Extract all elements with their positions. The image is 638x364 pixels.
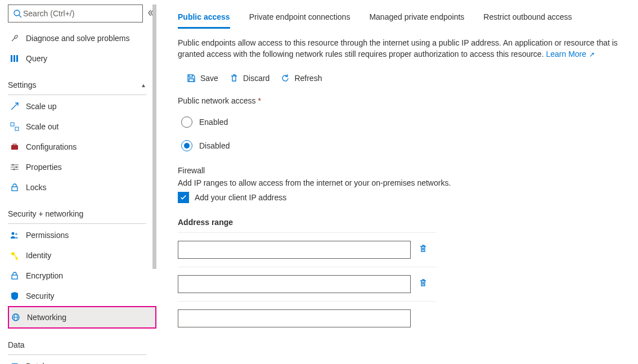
- nav-label: Configurations: [26, 142, 77, 151]
- svg-rect-4: [16, 55, 18, 62]
- tab-private-endpoint[interactable]: Private endpoint connections: [249, 7, 351, 28]
- sidebar-scrollbar[interactable]: [152, 5, 156, 269]
- svg-point-0: [14, 10, 20, 16]
- search-box[interactable]: [8, 5, 143, 23]
- svg-point-14: [14, 169, 15, 170]
- svg-rect-6: [15, 127, 19, 131]
- radio-disabled[interactable]: Disabled: [181, 136, 628, 156]
- tab-restrict-outbound[interactable]: Restrict outbound access: [483, 7, 572, 28]
- nav-security[interactable]: Security: [8, 286, 156, 306]
- nav-label: Properties: [26, 163, 62, 172]
- nav-databases[interactable]: DB Databases: [8, 356, 156, 364]
- refresh-button[interactable]: Refresh: [281, 74, 322, 83]
- trash-icon: [230, 74, 239, 83]
- svg-rect-3: [14, 55, 15, 62]
- radio-label: Enabled: [199, 118, 228, 127]
- svg-rect-2: [11, 55, 12, 62]
- firewall-desc: Add IP ranges to allow access from the i…: [178, 178, 628, 187]
- nav-label: Networking: [27, 313, 66, 322]
- nav-label: Scale up: [26, 102, 56, 111]
- nav-query[interactable]: Query: [8, 48, 156, 69]
- sliders-icon: [10, 163, 19, 172]
- delete-row-button[interactable]: [419, 244, 432, 255]
- nav-label: Diagnose and solve problems: [26, 34, 129, 43]
- lock-icon: [10, 183, 19, 192]
- svg-rect-5: [11, 123, 14, 126]
- svg-point-13: [16, 167, 17, 168]
- radio-icon: [181, 140, 192, 151]
- checkbox-icon: [178, 192, 189, 203]
- discard-button[interactable]: Discard: [230, 74, 269, 83]
- nav-label: Identity: [26, 251, 51, 260]
- required-indicator: *: [258, 96, 261, 105]
- nav-label: Query: [26, 54, 47, 63]
- firewall-title: Firewall: [178, 166, 628, 175]
- nav-label: Locks: [26, 183, 47, 192]
- briefcase-icon: [10, 142, 19, 151]
- scale-up-icon: [10, 102, 19, 111]
- address-range-row: [178, 302, 628, 335]
- section-settings-header[interactable]: Settings ▲: [8, 77, 156, 93]
- add-client-ip-checkbox[interactable]: Add your client IP address: [178, 192, 628, 203]
- nav-identity[interactable]: Identity: [8, 245, 156, 266]
- svg-point-16: [12, 232, 15, 235]
- refresh-icon: [281, 74, 290, 83]
- tabs: Public access Private endpoint connectio…: [178, 7, 628, 28]
- section-security-header[interactable]: Security + networking: [8, 205, 156, 222]
- divider: [8, 95, 146, 95]
- nav-label: Permissions: [26, 231, 69, 240]
- sidebar: Diagnose and solve problems Query Settin…: [0, 0, 156, 364]
- search-icon: [13, 9, 22, 18]
- address-range-header: Address range: [178, 218, 628, 227]
- highlight-networking: Networking: [8, 306, 156, 329]
- external-link-icon: ↗: [587, 51, 595, 59]
- svg-point-12: [12, 164, 14, 166]
- nav-locks[interactable]: Locks: [8, 177, 156, 197]
- section-data-header[interactable]: Data: [8, 336, 156, 353]
- tab-public-access[interactable]: Public access: [178, 7, 230, 28]
- cmd-label: Discard: [243, 74, 269, 83]
- trash-icon: [419, 278, 428, 287]
- save-icon: [187, 74, 196, 83]
- delete-row-button[interactable]: [419, 278, 432, 289]
- cmd-label: Save: [200, 74, 218, 83]
- people-icon: [10, 231, 19, 240]
- query-icon: [10, 54, 19, 63]
- address-range-input[interactable]: [178, 309, 411, 327]
- nav-encryption[interactable]: Encryption: [8, 266, 156, 286]
- tab-managed-private-endpoints[interactable]: Managed private endpoints: [369, 7, 464, 28]
- globe-icon: [11, 313, 20, 322]
- database-icon: DB: [10, 362, 19, 364]
- nav-scale-out[interactable]: Scale out: [8, 116, 156, 137]
- divider: [8, 354, 146, 355]
- chevron-up-icon: ▲: [141, 82, 146, 88]
- divider: [8, 223, 146, 224]
- section-title: Security + networking: [8, 209, 83, 218]
- address-range-input[interactable]: [178, 241, 411, 259]
- scale-out-icon: [10, 122, 19, 131]
- nav-scale-up[interactable]: Scale up: [8, 96, 156, 116]
- radio-icon: [181, 116, 192, 128]
- svg-rect-15: [12, 187, 17, 191]
- nav-diagnose[interactable]: Diagnose and solve problems: [8, 28, 156, 48]
- wrench-icon: [10, 34, 19, 43]
- nav-properties[interactable]: Properties: [8, 157, 156, 177]
- save-button[interactable]: Save: [187, 74, 218, 83]
- learn-more-link[interactable]: Learn More ↗: [546, 50, 595, 59]
- address-range-row: [178, 233, 628, 267]
- radio-enabled[interactable]: Enabled: [181, 112, 628, 132]
- nav-permissions[interactable]: Permissions: [8, 225, 156, 245]
- section-title: Data: [8, 340, 25, 349]
- nav-label: Databases: [26, 362, 64, 364]
- radio-label: Disabled: [199, 141, 230, 150]
- svg-rect-19: [12, 275, 17, 279]
- nav-configurations[interactable]: Configurations: [8, 137, 156, 157]
- search-input[interactable]: [22, 8, 138, 19]
- svg-rect-8: [13, 144, 16, 145]
- nav-label: Security: [26, 291, 55, 300]
- svg-point-17: [15, 233, 17, 235]
- checkbox-label: Add your client IP address: [195, 193, 286, 202]
- address-range-input[interactable]: [178, 275, 411, 293]
- trash-icon: [419, 244, 428, 253]
- nav-networking[interactable]: Networking: [9, 307, 155, 327]
